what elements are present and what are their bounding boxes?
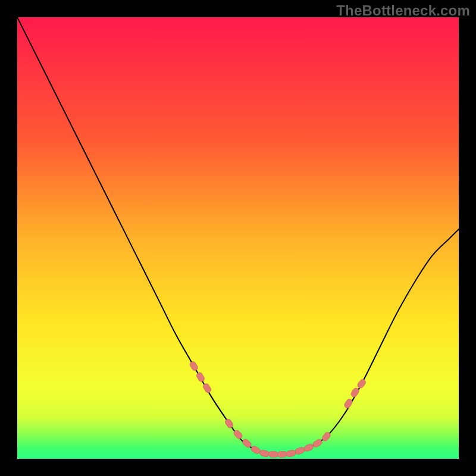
- marker-point: [277, 451, 287, 458]
- gradient-background: [17, 17, 459, 459]
- marker-point: [268, 451, 278, 458]
- chart-svg: [17, 17, 459, 459]
- watermark-text: TheBottleneck.com: [336, 2, 470, 19]
- chart-frame: TheBottleneck.com: [0, 0, 476, 476]
- plot-area: [17, 17, 459, 459]
